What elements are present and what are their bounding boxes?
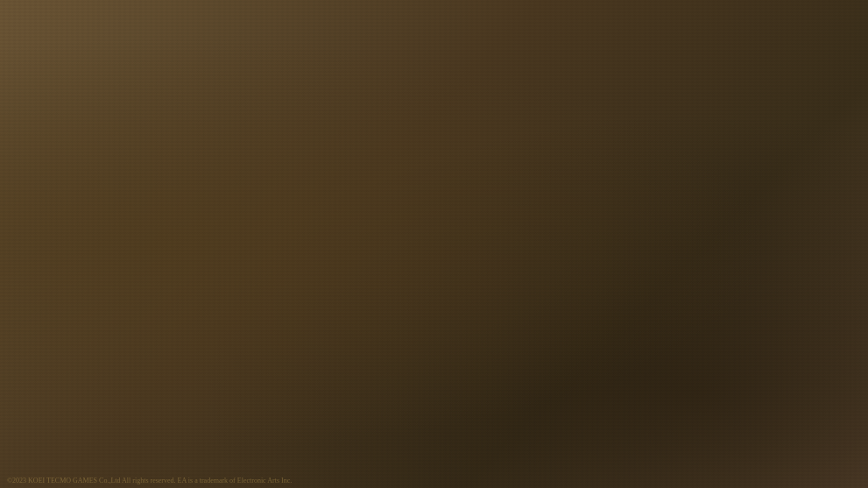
copyright-text: ©2023 KOEI TECMO GAMES Co.,Ltd All right… (7, 477, 292, 484)
